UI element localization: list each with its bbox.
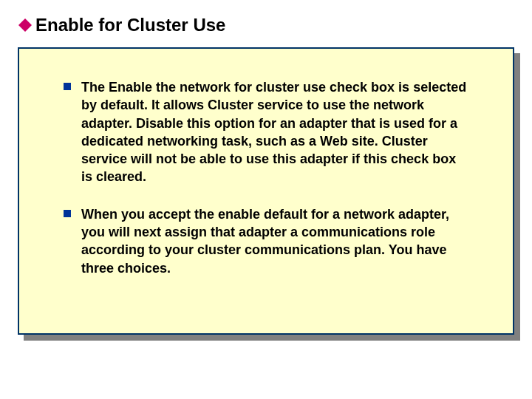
slide-title: Enable for Cluster Use xyxy=(35,15,225,35)
square-icon xyxy=(64,83,71,90)
bullet-text: The Enable the network for cluster use c… xyxy=(81,78,468,186)
list-item: The Enable the network for cluster use c… xyxy=(64,78,468,186)
slide-title-row: Enable for Cluster Use xyxy=(18,15,514,35)
diamond-icon xyxy=(18,18,33,33)
content-panel: The Enable the network for cluster use c… xyxy=(18,47,514,335)
bullet-text: When you accept the enable default for a… xyxy=(81,205,468,277)
list-item: When you accept the enable default for a… xyxy=(64,205,468,277)
square-icon xyxy=(64,210,71,217)
content-panel-wrap: The Enable the network for cluster use c… xyxy=(18,47,514,335)
svg-marker-0 xyxy=(18,18,32,32)
slide: Enable for Cluster Use The Enable the ne… xyxy=(0,0,532,399)
